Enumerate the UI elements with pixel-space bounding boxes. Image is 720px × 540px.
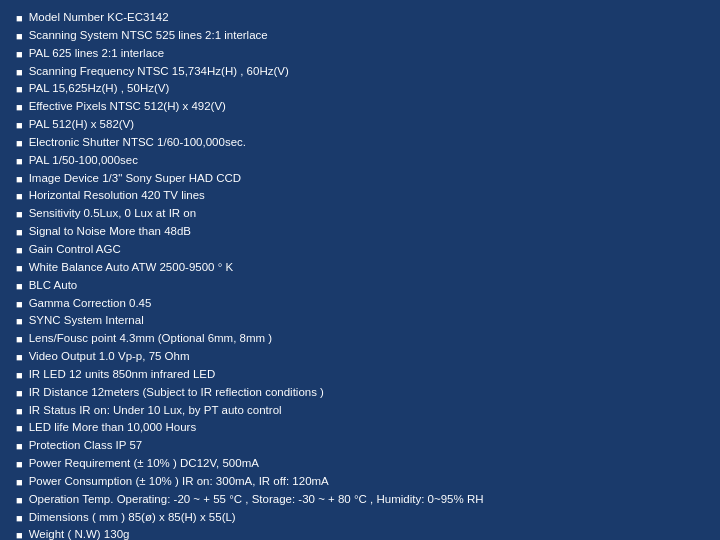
bullet-icon: ■ [16,47,23,62]
list-item: ■PAL 1/50-100,000sec [16,153,704,169]
spec-text: Lens/Fousc point 4.3mm (Optional 6mm, 8m… [29,331,273,347]
bullet-icon: ■ [16,314,23,329]
list-item: ■Lens/Fousc point 4.3mm (Optional 6mm, 8… [16,331,704,347]
list-item: ■Operation Temp. Operating: -20 ~ + 55 °… [16,492,704,508]
bullet-icon: ■ [16,511,23,526]
list-item: ■Gain Control AGC [16,242,704,258]
bullet-icon: ■ [16,457,23,472]
list-item: ■SYNC System Internal [16,313,704,329]
list-item: ■White Balance Auto ATW 2500-9500 ° K [16,260,704,276]
bullet-icon: ■ [16,439,23,454]
bullet-icon: ■ [16,386,23,401]
bullet-icon: ■ [16,528,23,540]
bullet-icon: ■ [16,493,23,508]
spec-text: Sensitivity 0.5Lux, 0 Lux at IR on [29,206,196,222]
spec-text: SYNC System Internal [29,313,144,329]
bullet-icon: ■ [16,136,23,151]
spec-text: Horizontal Resolution 420 TV lines [29,188,205,204]
list-item: ■Protection Class IP 57 [16,438,704,454]
list-item: ■Scanning System NTSC 525 lines 2:1 inte… [16,28,704,44]
list-item: ■Signal to Noise More than 48dB [16,224,704,240]
list-item: ■Weight ( N.W) 130g [16,527,704,540]
spec-text: Image Device 1/3" Sony Super HAD CCD [29,171,241,187]
bullet-icon: ■ [16,404,23,419]
spec-text: Scanning System NTSC 525 lines 2:1 inter… [29,28,268,44]
bullet-icon: ■ [16,207,23,222]
spec-text: IR Distance 12meters (Subject to IR refl… [29,385,324,401]
spec-text: Protection Class IP 57 [29,438,143,454]
bullet-icon: ■ [16,65,23,80]
bullet-icon: ■ [16,82,23,97]
list-item: ■IR Distance 12meters (Subject to IR ref… [16,385,704,401]
bullet-icon: ■ [16,118,23,133]
list-item: ■PAL 625 lines 2:1 interlace [16,46,704,62]
spec-text: Scanning Frequency NTSC 15,734Hz(H) , 60… [29,64,289,80]
list-item: ■Effective Pixels NTSC 512(H) x 492(V) [16,99,704,115]
spec-text: Weight ( N.W) 130g [29,527,130,540]
bullet-icon: ■ [16,100,23,115]
list-item: ■LED life More than 10,000 Hours [16,420,704,436]
bullet-icon: ■ [16,261,23,276]
bullet-icon: ■ [16,421,23,436]
spec-text: LED life More than 10,000 Hours [29,420,196,436]
spec-text: Operation Temp. Operating: -20 ~ + 55 °C… [29,492,484,508]
spec-text: PAL 1/50-100,000sec [29,153,138,169]
bullet-icon: ■ [16,279,23,294]
spec-text: Effective Pixels NTSC 512(H) x 492(V) [29,99,226,115]
spec-text: Power Requirement (± 10% ) DC12V, 500mA [29,456,259,472]
spec-text: IR LED 12 units 850nm infrared LED [29,367,216,383]
bullet-icon: ■ [16,172,23,187]
bullet-icon: ■ [16,332,23,347]
bullet-icon: ■ [16,29,23,44]
list-item: ■Sensitivity 0.5Lux, 0 Lux at IR on [16,206,704,222]
list-item: ■Power Requirement (± 10% ) DC12V, 500mA [16,456,704,472]
list-item: ■IR Status IR on: Under 10 Lux, by PT au… [16,403,704,419]
spec-text: BLC Auto [29,278,78,294]
spec-text: Gamma Correction 0.45 [29,296,152,312]
list-item: ■Dimensions ( mm ) 85(ø) x 85(H) x 55(L) [16,510,704,526]
list-item: ■Image Device 1/3" Sony Super HAD CCD [16,171,704,187]
bullet-icon: ■ [16,189,23,204]
spec-text: Gain Control AGC [29,242,121,258]
bullet-icon: ■ [16,475,23,490]
spec-text: PAL 625 lines 2:1 interlace [29,46,165,62]
list-item: ■Electronic Shutter NTSC 1/60-100,000sec… [16,135,704,151]
spec-text: IR Status IR on: Under 10 Lux, by PT aut… [29,403,282,419]
list-item: ■BLC Auto [16,278,704,294]
bullet-icon: ■ [16,154,23,169]
spec-sheet: ■Model Number KC-EC3142■Scanning System … [0,0,720,540]
spec-text: Model Number KC-EC3142 [29,10,169,26]
list-item: ■Horizontal Resolution 420 TV lines [16,188,704,204]
list-item: ■Model Number KC-EC3142 [16,10,704,26]
bullet-icon: ■ [16,350,23,365]
spec-text: Dimensions ( mm ) 85(ø) x 85(H) x 55(L) [29,510,236,526]
list-item: ■PAL 15,625Hz(H) , 50Hz(V) [16,81,704,97]
bullet-icon: ■ [16,11,23,26]
spec-text: Electronic Shutter NTSC 1/60-100,000sec. [29,135,246,151]
spec-text: PAL 512(H) x 582(V) [29,117,134,133]
list-item: ■Scanning Frequency NTSC 15,734Hz(H) , 6… [16,64,704,80]
bullet-icon: ■ [16,225,23,240]
spec-text: Power Consumption (± 10% ) IR on: 300mA,… [29,474,329,490]
spec-text: Signal to Noise More than 48dB [29,224,191,240]
bullet-icon: ■ [16,297,23,312]
bullet-icon: ■ [16,243,23,258]
list-item: ■PAL 512(H) x 582(V) [16,117,704,133]
bullet-icon: ■ [16,368,23,383]
spec-text: PAL 15,625Hz(H) , 50Hz(V) [29,81,170,97]
spec-text: Video Output 1.0 Vp-p, 75 Ohm [29,349,190,365]
list-item: ■Gamma Correction 0.45 [16,296,704,312]
list-item: ■Power Consumption (± 10% ) IR on: 300mA… [16,474,704,490]
list-item: ■Video Output 1.0 Vp-p, 75 Ohm [16,349,704,365]
list-item: ■IR LED 12 units 850nm infrared LED [16,367,704,383]
spec-text: White Balance Auto ATW 2500-9500 ° K [29,260,233,276]
